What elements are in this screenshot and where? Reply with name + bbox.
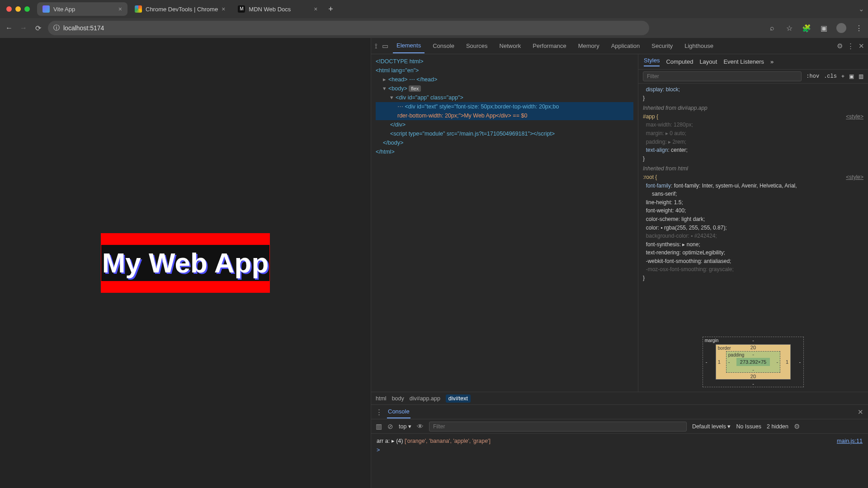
log-levels-select[interactable]: Default levels ▾ xyxy=(692,423,731,430)
styles-tab-listeners[interactable]: Event Listeners xyxy=(723,58,764,65)
inherited-label: Inherited from div#app.app xyxy=(643,104,863,113)
log-source-link[interactable]: main.js:11 xyxy=(837,436,863,446)
console-filter-input[interactable] xyxy=(429,422,687,432)
reload-button[interactable]: ⟳ xyxy=(33,24,42,33)
crumb-active[interactable]: div#text xyxy=(446,394,471,403)
browser-tab-bar: Vite App × Chrome DevTools | Chrome × M … xyxy=(0,0,868,18)
devtools-tab-console[interactable]: Console xyxy=(429,39,458,53)
dom-tree[interactable]: <!DOCTYPE html> <html lang="en"> ▸<head>… xyxy=(371,54,638,392)
styles-panel-icon[interactable]: ▥ xyxy=(859,73,863,80)
styles-tab-more-icon[interactable]: » xyxy=(770,58,774,65)
search-icon[interactable]: ⌕ xyxy=(768,24,777,32)
browser-tab-1[interactable]: Chrome DevTools | Chrome × xyxy=(129,2,231,16)
tab-close-icon[interactable]: × xyxy=(314,5,317,13)
box-model-diagram[interactable]: margin - - - - border 20 20 1 1 paddin xyxy=(638,332,868,392)
devtools-close-icon[interactable]: ✕ xyxy=(859,42,864,50)
dom-line[interactable]: </div> xyxy=(376,120,633,129)
browser-tab-0[interactable]: Vite App × xyxy=(37,2,127,16)
devtools-tab-lighthouse[interactable]: Lighthouse xyxy=(681,39,717,53)
dom-line[interactable]: <script type="module" src="/main.js?t=17… xyxy=(376,129,633,138)
console-context-select[interactable]: top ▾ xyxy=(399,423,411,430)
crumb[interactable]: div#app.app xyxy=(410,395,440,402)
dom-line[interactable]: ▾<div id="app" class="app"> xyxy=(376,93,633,102)
favicon-icon xyxy=(135,5,142,13)
window-maximize-icon[interactable] xyxy=(24,6,30,12)
dom-breadcrumb[interactable]: html body div#app.app div#text xyxy=(371,392,868,404)
console-prompt[interactable]: > xyxy=(377,446,863,455)
console-output[interactable]: arr a: ▸ (4) ['orange', 'banana', 'apple… xyxy=(371,434,868,488)
url-text: localhost:5174 xyxy=(63,24,104,32)
devtools-tab-memory[interactable]: Memory xyxy=(575,39,603,53)
styles-panel-icon[interactable]: ▣ xyxy=(849,73,854,80)
side-panel-icon[interactable]: ▣ xyxy=(819,24,828,33)
console-log-line[interactable]: arr a: ▸ (4) ['orange', 'banana', 'apple… xyxy=(377,436,863,446)
styles-filter-row: :hov .cls + ▣ ▥ xyxy=(638,70,868,84)
dom-line[interactable]: ▾<body> flex xyxy=(376,84,633,93)
dom-line[interactable]: <!DOCTYPE html> xyxy=(376,57,633,66)
dom-line[interactable]: <html lang="en"> xyxy=(376,66,633,75)
tab-title: Vite App xyxy=(53,6,75,13)
dom-line[interactable]: ▸<head> ⋯ </head> xyxy=(376,75,633,84)
devtools-tab-performance[interactable]: Performance xyxy=(529,39,570,53)
devtools-panel: ⟟ ▭ Elements Console Sources Network Per… xyxy=(371,38,868,488)
styles-tab-styles[interactable]: Styles xyxy=(644,57,660,66)
hidden-count[interactable]: 2 hidden xyxy=(767,423,788,430)
devtools-more-icon[interactable]: ⋮ xyxy=(847,42,854,50)
new-tab-button[interactable]: + xyxy=(325,5,337,14)
styles-tab-layout[interactable]: Layout xyxy=(699,58,717,65)
crumb[interactable]: body xyxy=(392,395,404,402)
devtools-tab-network[interactable]: Network xyxy=(496,39,525,53)
dom-line-selected[interactable]: rder-bottom-width: 20px;">My Web App</di… xyxy=(376,111,633,120)
site-info-icon[interactable]: ⓘ xyxy=(53,24,60,32)
styles-tab-bar: Styles Computed Layout Event Listeners » xyxy=(638,54,868,70)
device-toolbar-icon[interactable]: ▭ xyxy=(382,42,388,50)
console-settings-icon[interactable]: ⚙ xyxy=(794,422,800,431)
devtools-tab-security[interactable]: Security xyxy=(648,39,676,53)
devtools-tab-bar: ⟟ ▭ Elements Console Sources Network Per… xyxy=(371,38,868,54)
chevron-down-icon[interactable]: ⌄ xyxy=(859,5,864,13)
flex-badge[interactable]: flex xyxy=(409,85,421,92)
crumb[interactable]: html xyxy=(376,395,387,402)
dom-line[interactable]: </body> xyxy=(376,138,633,147)
styles-rules[interactable]: display: block; } Inherited from div#app… xyxy=(638,84,868,332)
profile-avatar[interactable] xyxy=(836,23,846,33)
styles-tab-computed[interactable]: Computed xyxy=(666,58,693,65)
back-button[interactable]: ← xyxy=(5,24,14,32)
devtools-tab-sources[interactable]: Sources xyxy=(462,39,491,53)
live-expression-icon[interactable]: 👁 xyxy=(417,422,424,430)
extensions-icon[interactable]: 🧩 xyxy=(802,24,811,33)
style-source-link[interactable]: <style> xyxy=(846,173,863,182)
window-close-icon[interactable] xyxy=(6,6,12,12)
style-source-link[interactable]: <style> xyxy=(846,113,863,121)
devtools-tab-elements[interactable]: Elements xyxy=(393,38,425,53)
favicon-icon xyxy=(42,5,50,13)
dom-line[interactable]: </html> xyxy=(376,147,633,156)
browser-menu-icon[interactable]: ⋮ xyxy=(854,24,863,33)
styles-filter-input[interactable] xyxy=(643,71,802,81)
console-clear-icon[interactable]: ⊘ xyxy=(387,422,393,431)
cls-toggle[interactable]: .cls xyxy=(824,73,837,80)
dom-line-selected[interactable]: ⋯ <div id="text" style="font-size: 50px;… xyxy=(376,102,633,111)
inherited-label: Inherited from html xyxy=(643,164,863,173)
console-more-icon[interactable]: ⋮ xyxy=(376,408,382,416)
favicon-icon: M xyxy=(238,5,245,13)
browser-tab-2[interactable]: M MDN Web Docs × xyxy=(232,2,323,16)
console-drawer: ⋮ Console ✕ ▥ ⊘ top ▾ 👁 Default levels ▾… xyxy=(371,404,868,488)
console-tab[interactable]: Console xyxy=(387,405,410,418)
tab-close-icon[interactable]: × xyxy=(222,5,225,13)
inspect-element-icon[interactable]: ⟟ xyxy=(375,42,377,50)
console-close-icon[interactable]: ✕ xyxy=(858,408,863,416)
devtools-settings-icon[interactable]: ⚙ xyxy=(837,42,843,50)
forward-button[interactable]: → xyxy=(19,24,28,32)
address-bar[interactable]: ⓘ localhost:5174 xyxy=(48,21,649,35)
bookmark-icon[interactable]: ☆ xyxy=(785,24,794,33)
tab-close-icon[interactable]: × xyxy=(118,5,122,13)
devtools-tab-application[interactable]: Application xyxy=(608,39,644,53)
box-model-content: 273.292×75 xyxy=(736,358,770,366)
window-minimize-icon[interactable] xyxy=(15,6,21,12)
hov-toggle[interactable]: :hov xyxy=(806,73,819,80)
new-style-button[interactable]: + xyxy=(841,73,844,80)
issues-badge[interactable]: No Issues xyxy=(736,423,761,430)
console-sidebar-icon[interactable]: ▥ xyxy=(376,422,382,431)
inspected-element-highlight: My Web App xyxy=(101,233,270,293)
